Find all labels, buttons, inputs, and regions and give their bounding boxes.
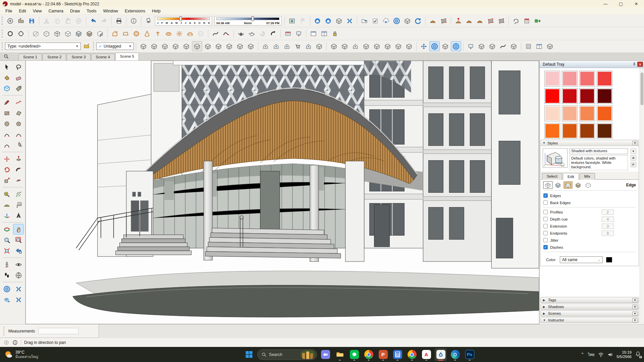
shape-sphere-button[interactable] (196, 28, 206, 39)
look-around-tool[interactable] (13, 259, 24, 270)
drape-button[interactable] (475, 16, 485, 26)
open-model-button[interactable] (16, 16, 26, 26)
wrap-tool-button[interactable] (246, 41, 256, 51)
rotated-rectangle-tool[interactable] (13, 108, 24, 118)
shape-circle-button[interactable] (131, 28, 142, 39)
color-swatch[interactable] (597, 106, 612, 121)
arc-tool[interactable] (1, 129, 12, 140)
camera-view-button[interactable] (466, 41, 476, 51)
geolocation-icon[interactable] (3, 340, 9, 345)
tab-mix[interactable]: Mix (580, 173, 595, 180)
edge-color-combo[interactable]: All same ⌄ (560, 256, 603, 263)
three-point-arc-tool[interactable] (1, 140, 12, 150)
sync-component-button[interactable] (402, 16, 413, 26)
panel-instructor[interactable]: ▼Instructor✕ (540, 317, 639, 323)
house-arrow-button[interactable] (350, 41, 361, 51)
taskbar-teams-icon[interactable] (319, 348, 331, 361)
measurements-value[interactable] (38, 328, 78, 334)
notification-bell-icon[interactable]: 2 (635, 351, 641, 358)
two-point-arc-tool[interactable] (13, 129, 24, 140)
taskbar-start-button[interactable] (243, 348, 255, 361)
panel-tags[interactable]: ▶Tags✕ (540, 297, 639, 303)
update-style-button[interactable]: ⟳ (631, 162, 636, 167)
edge-color-swatch[interactable] (606, 257, 612, 262)
menu-draw[interactable]: Draw (67, 8, 83, 14)
background-settings-icon[interactable] (564, 181, 573, 189)
zoom-extents-tool[interactable] (1, 245, 12, 256)
house-stack-button[interactable] (260, 41, 271, 51)
menu-extensions[interactable]: Extensions (121, 8, 149, 14)
color-swatch[interactable] (562, 88, 578, 104)
panel-shadows[interactable]: ▶Shadows✕ (540, 304, 639, 310)
select-published-button[interactable] (370, 16, 380, 26)
menu-camera[interactable]: Camera (45, 8, 67, 14)
cube-move-button[interactable] (361, 41, 371, 51)
flip-edge-button[interactable] (496, 16, 506, 26)
share-model-button[interactable] (323, 16, 333, 26)
face-settings-icon[interactable] (553, 181, 562, 189)
axes-tool[interactable] (1, 210, 12, 221)
polygon-tool[interactable] (13, 118, 24, 129)
style-description-field[interactable]: Default colors, shaded with textures fac… (570, 155, 628, 170)
toggle-shadows-button[interactable] (143, 16, 154, 26)
shape-arrow-button[interactable] (153, 28, 163, 39)
color-swatch[interactable] (544, 71, 560, 86)
ring-tool-button[interactable] (5, 28, 15, 39)
house-push-button[interactable] (271, 41, 281, 51)
plugin-x-tool[interactable] (13, 284, 24, 294)
color-swatch[interactable] (544, 88, 560, 104)
model-info-button[interactable] (128, 16, 139, 26)
push-pull-tool[interactable] (13, 154, 24, 164)
stamp-button[interactable] (464, 16, 474, 26)
color-swatch[interactable] (579, 106, 595, 121)
shape-house-button[interactable] (110, 28, 120, 39)
depth-cue-value-field[interactable]: 4 (602, 217, 614, 222)
extension-value-field[interactable]: 3 (602, 224, 614, 229)
lock-window-button[interactable] (330, 28, 340, 39)
shaded-mode-button[interactable] (73, 28, 84, 39)
style-name-field[interactable]: Shaded with textures (570, 148, 628, 154)
bezier-curve-button[interactable] (210, 28, 221, 39)
subd-solid-button[interactable] (236, 28, 246, 39)
panel-close-button[interactable]: ✕ (632, 298, 638, 302)
component-up-button[interactable] (545, 41, 555, 51)
menu-file[interactable]: File (2, 8, 15, 14)
add-location-button[interactable] (287, 16, 297, 26)
north-compass-tool[interactable] (13, 270, 24, 281)
color-swatch[interactable] (544, 123, 560, 139)
shadow-date-slider[interactable]: JFMAMJJASOND (155, 16, 212, 25)
cloud-upload-button[interactable] (381, 16, 391, 26)
classifier-type-combo[interactable]: Type: <undefined> ▼ (5, 43, 81, 50)
shaded-with-textures-mode-button[interactable] (84, 28, 95, 39)
blue-cube-tool-2-button[interactable] (451, 41, 461, 51)
generate-report-button[interactable] (522, 16, 532, 26)
checkbox-edges[interactable]: ✓ (543, 193, 548, 198)
color-swatch[interactable] (579, 71, 595, 86)
modeling-settings-icon[interactable] (584, 181, 593, 189)
zoom-window-tool[interactable] (13, 235, 24, 245)
pan-tool[interactable] (13, 224, 24, 235)
3d-warehouse-button[interactable] (312, 16, 323, 26)
freehand-curve-button[interactable] (221, 28, 231, 39)
cart-tool-button[interactable] (292, 41, 303, 51)
new-model-button[interactable] (5, 16, 15, 26)
minimize-button[interactable]: — (598, 0, 613, 7)
taskbar-search-input[interactable]: Search (257, 349, 317, 360)
monochrome-mode-button[interactable] (95, 28, 105, 39)
rectangle-tool[interactable] (1, 108, 12, 118)
section-tool-button[interactable] (508, 41, 519, 51)
taskbar-calculator-icon[interactable] (391, 348, 404, 361)
eraser-tool[interactable] (13, 72, 24, 83)
taskbar-search-icon[interactable]: Search (257, 348, 317, 361)
taskbar-sketchup-icon[interactable] (435, 348, 447, 361)
box-stack-button[interactable] (314, 41, 324, 51)
scene-tab-scene-4[interactable]: Scene 4 (91, 54, 115, 60)
outer-shell-button[interactable] (138, 41, 149, 51)
box-lift-button[interactable] (476, 41, 487, 51)
taskbar-autocad-icon[interactable]: A (420, 348, 432, 361)
lcd-screen-button[interactable] (293, 28, 304, 39)
warehouse-download-tool[interactable] (1, 284, 12, 294)
taskbar-photoshop-icon[interactable]: Ps (464, 348, 476, 361)
erase-button[interactable] (73, 16, 84, 26)
lasso-select-tool[interactable] (13, 62, 24, 72)
